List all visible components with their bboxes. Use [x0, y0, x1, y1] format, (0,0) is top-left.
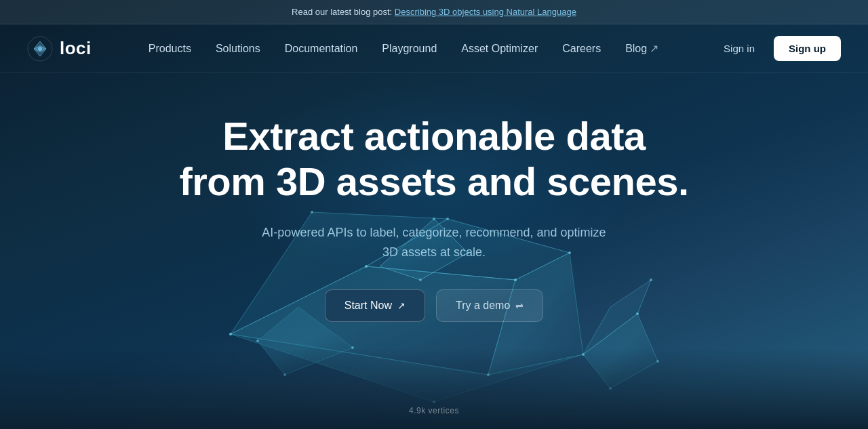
sign-up-button[interactable]: Sign up [774, 36, 841, 61]
nav-item-documentation[interactable]: Documentation [285, 43, 358, 55]
try-demo-label: Try a demo [456, 300, 510, 312]
nav-label-asset-optimizer: Asset Optimizer [461, 43, 538, 54]
logo-text: loci [60, 38, 92, 59]
svg-point-1 [38, 47, 42, 51]
hero-section: Extract actionable data from 3D assets a… [0, 73, 868, 349]
nav-label-documentation: Documentation [285, 43, 358, 54]
nav-item-blog[interactable]: Blog ↗ [625, 42, 658, 55]
try-demo-button[interactable]: Try a demo ⇌ [436, 289, 543, 322]
hero-subtitle: AI-powered APIs to label, categorize, re… [258, 223, 610, 262]
nav-item-solutions[interactable]: Solutions [216, 43, 260, 55]
swap-icon: ⇌ [515, 300, 524, 311]
logo-icon [27, 36, 53, 62]
announcement-link[interactable]: Describing 3D objects using Natural Lang… [395, 7, 576, 17]
hero-title: Extract actionable data from 3D assets a… [129, 114, 739, 204]
start-now-label: Start Now [344, 300, 392, 312]
arrow-up-right-icon: ↗ [397, 300, 406, 311]
vertices-label: 4.9k vertices [409, 406, 459, 415]
nav-label-solutions: Solutions [216, 43, 260, 54]
main-nav: loci Products Solutions Documentation Pl… [0, 24, 868, 73]
nav-item-asset-optimizer[interactable]: Asset Optimizer [461, 43, 538, 55]
logo[interactable]: loci [27, 36, 92, 62]
nav-item-careers[interactable]: Careers [562, 43, 601, 55]
bottom-fade [0, 348, 868, 429]
nav-actions: Sign in Sign up [715, 36, 841, 61]
nav-item-playground[interactable]: Playground [382, 43, 437, 55]
start-now-button[interactable]: Start Now ↗ [325, 289, 425, 322]
nav-item-products[interactable]: Products [149, 43, 191, 55]
nav-links: Products Solutions Documentation Playgro… [149, 42, 658, 55]
announcement-prefix: Read our latest blog post: [292, 7, 395, 17]
nav-label-careers: Careers [562, 43, 601, 54]
hero-buttons: Start Now ↗ Try a demo ⇌ [14, 289, 854, 322]
vertices-count: 4.9k vertices [409, 406, 459, 415]
announcement-bar: Read our latest blog post: Describing 3D… [0, 0, 868, 24]
hero-title-line2: from 3D assets and scenes. [179, 159, 688, 203]
hero-title-line1: Extract actionable data [222, 114, 646, 158]
external-link-icon: ↗ [650, 42, 658, 55]
nav-label-blog: Blog [625, 43, 647, 55]
sign-in-button[interactable]: Sign in [715, 37, 763, 60]
nav-blog-link: Blog ↗ [625, 42, 658, 55]
nav-label-playground: Playground [382, 43, 437, 54]
nav-label-products: Products [149, 43, 191, 54]
